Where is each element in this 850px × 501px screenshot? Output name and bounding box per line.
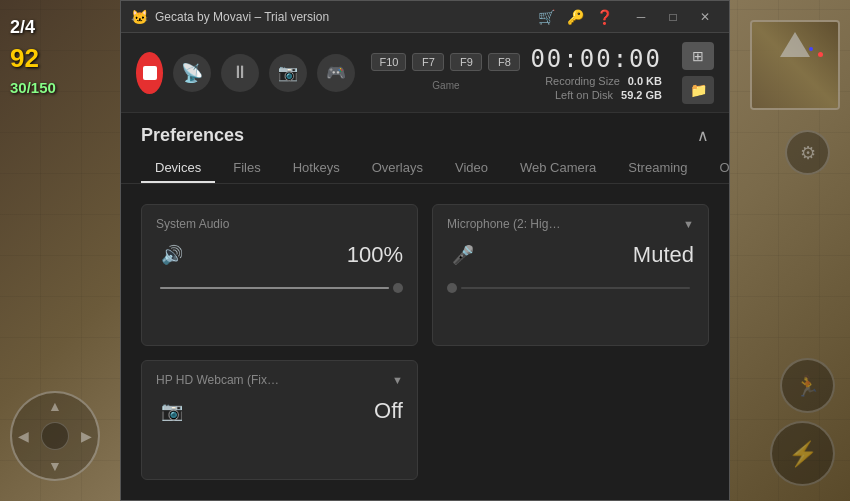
webcam-card: HP HD Webcam (Fix… ▼ 📷 Off: [141, 360, 418, 480]
toolbar-right-icons: ⊞ 📁: [682, 42, 714, 104]
preferences-tabs: Devices Files Hotkeys Overlays Video Web…: [121, 154, 729, 184]
close-button[interactable]: ✕: [689, 1, 721, 33]
title-bar-icons: 🛒 🔑 ❓: [538, 9, 613, 25]
audio-slider-thumb[interactable]: [393, 283, 403, 293]
f10-hotkey[interactable]: F10: [371, 53, 406, 71]
hud-minimap: [750, 20, 840, 110]
gamepad-button[interactable]: 🎮: [317, 54, 355, 92]
cart-icon[interactable]: 🛒: [538, 9, 555, 25]
microphone-slider-thumb[interactable]: [447, 283, 457, 293]
audio-hotkey-group: 📡: [173, 54, 211, 92]
left-on-disk-row: Left on Disk 59.2 GB: [555, 89, 662, 101]
tab-webcamera[interactable]: Web Camera: [506, 154, 610, 183]
system-audio-card: System Audio 🔊 100%: [141, 204, 418, 346]
tab-devices[interactable]: Devices: [141, 154, 215, 183]
action-attack-icon[interactable]: ⚡: [770, 421, 835, 486]
app-window: 🐱 Gecata by Movavi – Trial version 🛒 🔑 ❓…: [120, 0, 730, 501]
dpad-down-arrow: ▼: [48, 459, 62, 473]
microphone-slider-track[interactable]: [461, 287, 690, 289]
minimap-triangle: [780, 32, 810, 57]
microphone-icon: 🎤: [447, 239, 479, 271]
toolbar: 📡 ⏸ 📷 🎮 F10 F7 F9 F8 Game 00:00:00: [121, 33, 729, 113]
left-on-disk-value: 59.2 GB: [621, 89, 662, 101]
recording-size-value: 0.0 KB: [628, 75, 662, 87]
tab-hotkeys[interactable]: Hotkeys: [279, 154, 354, 183]
timer-info: Recording Size 0.0 KB Left on Disk 59.2 …: [545, 75, 662, 101]
audio-slider-track[interactable]: [160, 287, 389, 289]
capture-mode-button[interactable]: ⊞: [682, 42, 714, 70]
system-audio-value: 100%: [347, 242, 403, 268]
system-audio-name: System Audio: [156, 217, 229, 231]
dpad-left-arrow: ◀: [18, 429, 29, 443]
tab-overlays[interactable]: Overlays: [358, 154, 437, 183]
system-audio-header: System Audio: [156, 217, 403, 231]
pause-hotkey-group: ⏸: [221, 54, 259, 92]
gear-icon[interactable]: ⚙: [785, 130, 830, 175]
webcam-value: Off: [374, 398, 403, 424]
hud-score-line3: 30/150: [10, 77, 56, 98]
recording-size-label: Recording Size: [545, 75, 620, 87]
folder-icon: 📁: [690, 82, 707, 98]
hud-action-buttons: 🏃 ⚡: [770, 358, 835, 486]
microphone-card: Microphone (2: Hig… ▼ 🎤 Muted: [432, 204, 709, 346]
microphone-header: Microphone (2: Hig… ▼: [447, 217, 694, 231]
audio-slider-fill: [160, 287, 389, 289]
minimize-button[interactable]: ─: [625, 1, 657, 33]
minimap-display: [750, 20, 840, 110]
webcam-body: 📷 Off: [156, 395, 403, 427]
dpad-right-arrow: ▶: [81, 429, 92, 443]
audio-button[interactable]: 📡: [173, 54, 211, 92]
minimap-dot-blue: [809, 47, 813, 51]
webcam-name: HP HD Webcam (Fix…: [156, 373, 279, 387]
system-audio-body: 🔊 100%: [156, 239, 403, 271]
preferences-content: System Audio 🔊 100% Microphone (2: Hig…: [121, 184, 729, 500]
folder-button[interactable]: 📁: [682, 76, 714, 104]
preferences-section: Preferences ∧ Devices Files Hotkeys Over…: [121, 113, 729, 500]
screenshot-button[interactable]: 📷: [269, 54, 307, 92]
action-run-icon[interactable]: 🏃: [780, 358, 835, 413]
window-controls: ─ □ ✕: [625, 1, 721, 33]
tab-streaming[interactable]: Streaming: [614, 154, 701, 183]
hud-gear[interactable]: ⚙: [785, 130, 830, 175]
tab-video[interactable]: Video: [441, 154, 502, 183]
record-button[interactable]: [136, 52, 163, 94]
webcam-icon: 📷: [156, 395, 188, 427]
f8-hotkey[interactable]: F8: [488, 53, 520, 71]
hud-score-line1: 2/4: [10, 15, 56, 40]
f9-hotkey[interactable]: F9: [450, 53, 482, 71]
webcam-header: HP HD Webcam (Fix… ▼: [156, 373, 403, 387]
tab-files[interactable]: Files: [219, 154, 274, 183]
tab-others[interactable]: Others: [706, 154, 729, 183]
stop-icon: [143, 66, 157, 80]
system-audio-slider[interactable]: [156, 279, 403, 293]
minimap-dot-red: [818, 52, 823, 57]
webcam-dropdown[interactable]: ▼: [392, 374, 403, 386]
help-icon[interactable]: ❓: [596, 9, 613, 25]
app-title: Gecata by Movavi – Trial version: [155, 10, 538, 24]
preferences-title: Preferences: [141, 125, 244, 146]
game-label: Game: [432, 80, 459, 91]
game-hotkey-group: 🎮: [317, 54, 355, 92]
capture-icon: ⊞: [692, 48, 704, 64]
f7-hotkey[interactable]: F7: [412, 53, 444, 71]
app-logo: 🐱: [129, 7, 149, 27]
microphone-dropdown[interactable]: ▼: [683, 218, 694, 230]
maximize-button[interactable]: □: [657, 1, 689, 33]
hud-score-line2: 92: [10, 40, 56, 76]
preferences-toggle[interactable]: ∧: [697, 126, 709, 145]
microphone-body: 🎤 Muted: [447, 239, 694, 271]
dpad-up-arrow: ▲: [48, 399, 62, 413]
microphone-name: Microphone (2: Hig…: [447, 217, 560, 231]
timer-display: 00:00:00: [530, 45, 662, 73]
screenshot-hotkey-group: 📷: [269, 54, 307, 92]
speaker-icon: 🔊: [156, 239, 188, 271]
key-icon[interactable]: 🔑: [567, 9, 584, 25]
pause-button[interactable]: ⏸: [221, 54, 259, 92]
hud-dpad[interactable]: ▲ ▼ ◀ ▶: [10, 391, 100, 481]
microphone-value: Muted: [633, 242, 694, 268]
dpad-center: [41, 422, 69, 450]
hotkey-labels: F10 F7 F9 F8 Game: [371, 53, 520, 93]
recording-size-row: Recording Size 0.0 KB: [545, 75, 662, 87]
preferences-header: Preferences ∧: [121, 113, 729, 154]
microphone-slider[interactable]: [447, 279, 694, 293]
